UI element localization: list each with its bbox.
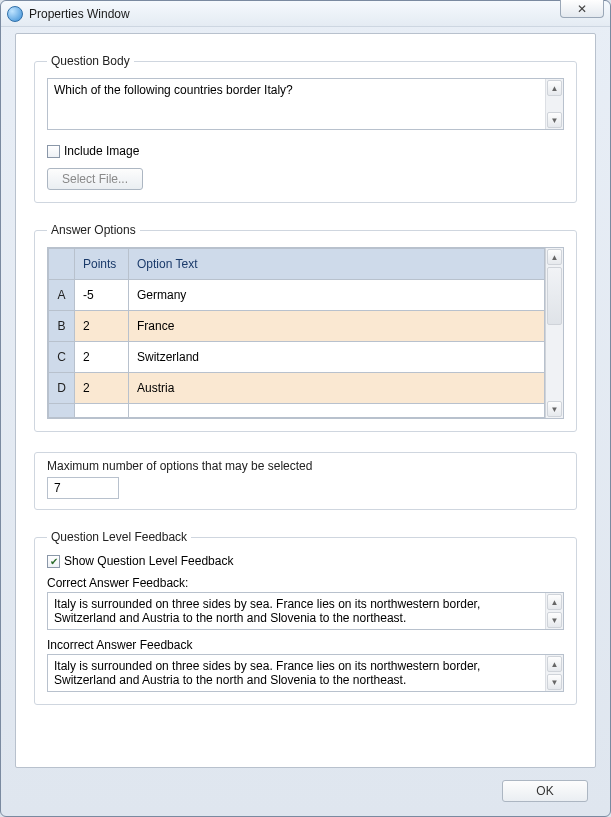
close-icon: ✕: [577, 2, 587, 16]
question-body-scrollbar[interactable]: ▲ ▼: [545, 79, 563, 129]
include-image-row: Include Image: [47, 144, 564, 158]
scroll-track[interactable]: [546, 326, 563, 400]
option-text-cell[interactable]: France: [129, 311, 545, 342]
feedback-legend: Question Level Feedback: [47, 530, 191, 544]
correct-feedback-textarea[interactable]: Italy is surrounded on three sides by se…: [47, 592, 564, 630]
rowhead-header: [49, 249, 75, 280]
points-cell[interactable]: 2: [75, 373, 129, 404]
table-row[interactable]: C 2 Switzerland: [49, 342, 545, 373]
select-file-button[interactable]: Select File...: [47, 168, 143, 190]
question-body-textarea[interactable]: Which of the following countries border …: [47, 78, 564, 130]
scroll-down-icon[interactable]: ▼: [547, 401, 562, 417]
scroll-up-icon[interactable]: ▲: [547, 249, 562, 265]
points-cell[interactable]: -5: [75, 280, 129, 311]
row-letter: B: [49, 311, 75, 342]
points-header[interactable]: Points: [75, 249, 129, 280]
show-feedback-checkbox[interactable]: ✔: [47, 555, 60, 568]
check-icon: ✔: [50, 556, 58, 567]
footer: OK: [502, 780, 588, 802]
question-body-text[interactable]: Which of the following countries border …: [48, 79, 545, 129]
question-body-panel: Question Body Which of the following cou…: [34, 54, 577, 203]
option-text-header[interactable]: Option Text: [129, 249, 545, 280]
answer-options-table: Points Option Text A -5 Germany B 2 Fran…: [48, 248, 545, 418]
incorrect-feedback-text[interactable]: Italy is surrounded on three sides by se…: [48, 655, 545, 691]
correct-feedback-scrollbar[interactable]: ▲ ▼: [545, 593, 563, 629]
answer-options-grid[interactable]: Points Option Text A -5 Germany B 2 Fran…: [47, 247, 564, 419]
client-area: Question Body Which of the following cou…: [15, 33, 596, 768]
scroll-up-icon[interactable]: ▲: [547, 594, 562, 610]
points-cell[interactable]: 2: [75, 311, 129, 342]
table-row-empty: [49, 404, 545, 418]
max-selected-panel: Maximum number of options that may be se…: [34, 452, 577, 510]
option-text-cell[interactable]: Germany: [129, 280, 545, 311]
option-text-cell[interactable]: Austria: [129, 373, 545, 404]
row-letter: C: [49, 342, 75, 373]
feedback-panel: Question Level Feedback ✔ Show Question …: [34, 530, 577, 705]
include-image-checkbox[interactable]: [47, 145, 60, 158]
answer-options-panel: Answer Options Points Option Text A: [34, 223, 577, 432]
row-letter: D: [49, 373, 75, 404]
correct-feedback-text[interactable]: Italy is surrounded on three sides by se…: [48, 593, 545, 629]
scroll-down-icon[interactable]: ▼: [547, 674, 562, 690]
table-row[interactable]: D 2 Austria: [49, 373, 545, 404]
close-button[interactable]: ✕: [560, 0, 604, 18]
scroll-up-icon[interactable]: ▲: [547, 656, 562, 672]
incorrect-feedback-textarea[interactable]: Italy is surrounded on three sides by se…: [47, 654, 564, 692]
app-icon: [7, 6, 23, 22]
table-row[interactable]: A -5 Germany: [49, 280, 545, 311]
incorrect-feedback-label: Incorrect Answer Feedback: [47, 638, 564, 652]
question-body-legend: Question Body: [47, 54, 134, 68]
ok-button[interactable]: OK: [502, 780, 588, 802]
scroll-down-icon[interactable]: ▼: [547, 612, 562, 628]
option-text-cell[interactable]: Switzerland: [129, 342, 545, 373]
window: Properties Window ✕ Question Body Which …: [0, 0, 611, 817]
max-selected-label: Maximum number of options that may be se…: [47, 459, 564, 473]
answer-options-legend: Answer Options: [47, 223, 140, 237]
incorrect-feedback-scrollbar[interactable]: ▲ ▼: [545, 655, 563, 691]
show-feedback-label: Show Question Level Feedback: [64, 554, 233, 568]
table-header-row: Points Option Text: [49, 249, 545, 280]
scroll-thumb[interactable]: [547, 267, 562, 325]
show-feedback-row: ✔ Show Question Level Feedback: [47, 554, 564, 568]
row-letter: A: [49, 280, 75, 311]
scroll-up-icon[interactable]: ▲: [547, 80, 562, 96]
include-image-label: Include Image: [64, 144, 139, 158]
points-cell[interactable]: 2: [75, 342, 129, 373]
table-row[interactable]: B 2 France: [49, 311, 545, 342]
correct-feedback-label: Correct Answer Feedback:: [47, 576, 564, 590]
window-title: Properties Window: [29, 7, 130, 21]
max-selected-input[interactable]: 7: [47, 477, 119, 499]
grid-scrollbar[interactable]: ▲ ▼: [545, 248, 563, 418]
scroll-down-icon[interactable]: ▼: [547, 112, 562, 128]
titlebar[interactable]: Properties Window ✕: [1, 1, 610, 27]
